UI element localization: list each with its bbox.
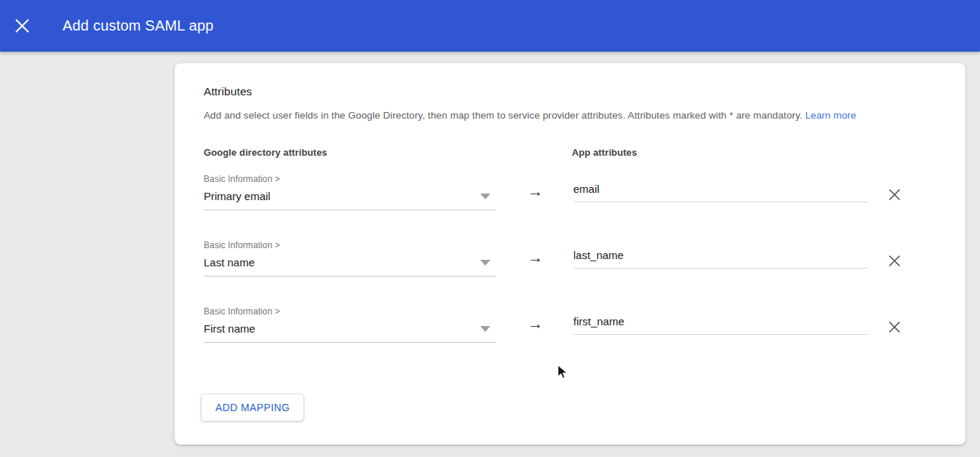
delete-x-icon [888,321,901,333]
attribute-category-label: Basic Information > [204,174,496,185]
app-bar: Add custom SAML app [0,0,980,52]
page-title: Add custom SAML app [63,17,214,34]
select-value-row: Primary email [204,185,496,210]
directory-attribute-value: Primary email [204,190,271,202]
directory-attribute-value: First name [204,322,255,335]
mapping-rows: Basic Information > Primary email → Basi [204,174,936,341]
directory-attributes-column-header: Google directory attributes [204,147,572,158]
app-attribute-input[interactable] [573,183,869,202]
select-value-row: First name [204,317,496,343]
dropdown-arrow-icon [480,194,490,199]
attribute-category-label: Basic Information > [204,306,496,317]
section-description: Add and select user fields in the Google… [204,110,936,121]
close-x-glyph [15,19,29,33]
learn-more-link[interactable]: Learn more [805,110,856,121]
directory-attribute-value: Last name [204,256,255,269]
delete-mapping-button[interactable] [883,183,906,206]
mapping-row: Basic Information > First name → [204,306,936,341]
arrow-right-icon: → [527,183,543,199]
description-text: Add and select user fields in the Google… [204,110,802,121]
directory-attribute-select[interactable]: Basic Information > First name [204,306,496,343]
attribute-category-label: Basic Information > [204,240,496,251]
directory-attribute-select[interactable]: Basic Information > Last name [204,240,496,277]
select-value-row: Last name [204,251,496,277]
app-attribute-field [573,249,869,269]
arrow-right-icon: → [527,250,543,266]
section-title: Attributes [204,85,936,98]
app-attribute-field [573,315,869,335]
arrow-right-icon: → [527,316,543,332]
mapping-row: Basic Information > Last name → [204,240,936,275]
app-attribute-input[interactable] [573,315,869,335]
delete-mapping-button[interactable] [883,315,906,338]
dropdown-arrow-icon [480,260,490,266]
delete-x-icon [888,255,901,267]
app-attribute-field [573,183,869,202]
directory-attribute-select[interactable]: Basic Information > Primary email [204,174,496,210]
add-mapping-button[interactable]: ADD MAPPING [201,394,304,421]
app-attribute-input[interactable] [573,249,869,269]
columns-header: Google directory attributes App attribut… [204,147,936,158]
attributes-card: Attributes Add and select user fields in… [175,63,965,445]
dropdown-arrow-icon [480,326,490,332]
mapping-row: Basic Information > Primary email → [204,174,936,209]
close-icon[interactable] [7,12,36,41]
delete-x-icon [888,188,901,201]
delete-mapping-button[interactable] [883,249,906,272]
app-attributes-column-header: App attributes [572,147,637,158]
